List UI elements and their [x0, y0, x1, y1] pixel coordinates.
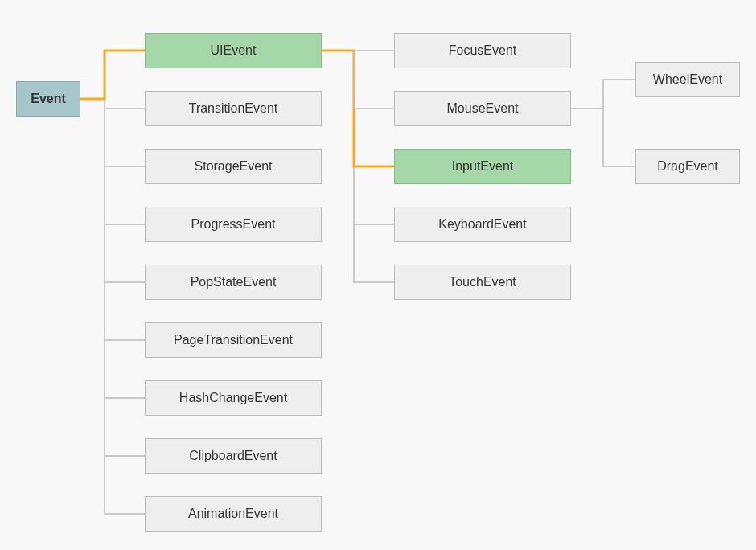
node-popstateevent[interactable]: PopStateEvent — [145, 265, 322, 300]
node-label: MouseEvent — [447, 101, 519, 116]
node-label: DragEvent — [657, 159, 718, 174]
node-label: PageTransitionEvent — [174, 333, 293, 347]
node-label: HashChangeEvent — [179, 391, 287, 405]
node-progressevent[interactable]: ProgressEvent — [145, 207, 322, 242]
node-hashchangeevent[interactable]: HashChangeEvent — [145, 380, 322, 416]
node-transitionevent[interactable]: TransitionEvent — [145, 91, 322, 126]
node-uievent[interactable]: UIEvent — [145, 33, 322, 68]
node-keyboardevent[interactable]: KeyboardEvent — [394, 207, 571, 242]
node-label: Event — [31, 92, 66, 106]
node-pagetransitionevent[interactable]: PageTransitionEvent — [145, 322, 322, 358]
node-label: UIEvent — [211, 43, 257, 58]
node-inputevent[interactable]: InputEvent — [394, 149, 571, 184]
node-label: WheelEvent — [653, 72, 722, 87]
node-label: StorageEvent — [195, 159, 273, 174]
node-wheelevent[interactable]: WheelEvent — [635, 62, 740, 97]
node-animationevent[interactable]: AnimationEvent — [145, 496, 322, 532]
node-focusevent[interactable]: FocusEvent — [394, 33, 571, 68]
node-mouseevent[interactable]: MouseEvent — [394, 91, 571, 126]
node-label: ClipboardEvent — [189, 449, 277, 463]
node-label: KeyboardEvent — [438, 217, 526, 232]
node-storageevent[interactable]: StorageEvent — [145, 149, 322, 184]
node-label: FocusEvent — [449, 43, 516, 58]
node-label: ProgressEvent — [191, 217, 276, 232]
node-label: PopStateEvent — [191, 275, 277, 289]
node-event[interactable]: Event — [16, 81, 80, 117]
node-clipboardevent[interactable]: ClipboardEvent — [145, 438, 322, 474]
node-touchevent[interactable]: TouchEvent — [394, 265, 571, 300]
node-dragevent[interactable]: DragEvent — [635, 149, 740, 184]
node-label: AnimationEvent — [188, 507, 278, 521]
node-label: TouchEvent — [449, 275, 516, 289]
node-label: InputEvent — [452, 159, 514, 174]
node-label: TransitionEvent — [189, 101, 278, 116]
